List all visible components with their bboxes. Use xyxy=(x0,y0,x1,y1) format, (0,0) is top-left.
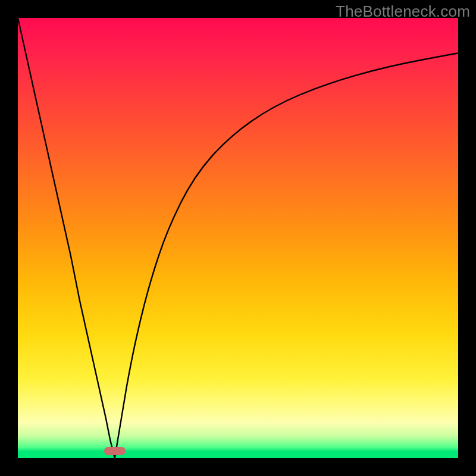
plot-area xyxy=(18,18,458,458)
watermark-text: TheBottleneck.com xyxy=(336,2,470,21)
optimal-marker xyxy=(104,447,126,455)
chart-frame: TheBottleneck.com xyxy=(0,0,476,476)
bottleneck-curve xyxy=(18,18,458,458)
curve-path xyxy=(18,18,458,458)
